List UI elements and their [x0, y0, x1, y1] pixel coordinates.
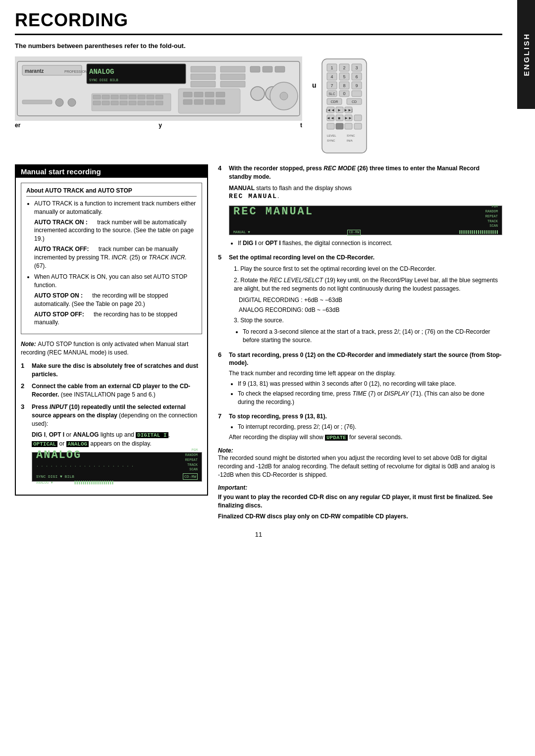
- step-4-bullets: If DIG I or OPT I flashes, the digital c…: [229, 239, 502, 248]
- svg-text:LEVEL: LEVEL: [327, 134, 336, 137]
- english-label: ENGLISH: [522, 33, 531, 76]
- auto-track-list: AUTO TRACK is a function to increment tr…: [26, 200, 197, 327]
- steps-list: 1 Make sure the disc is absolutely free …: [21, 362, 202, 486]
- svg-rect-89: [354, 115, 362, 121]
- svg-text:■: ■: [338, 116, 340, 120]
- auto-track-on-label: AUTO TRACK ON :: [34, 219, 88, 226]
- svg-text:0: 0: [343, 91, 345, 96]
- analog-display-text: ANALOG: [36, 448, 134, 463]
- svg-text:ANALOG: ANALOG: [89, 68, 114, 76]
- svg-rect-24: [111, 95, 118, 99]
- step-6-bullets: If 9 (13, 81) was pressed within 3 secon…: [229, 380, 502, 406]
- step-6-content: To start recording, press 0 (12) on the …: [229, 351, 502, 408]
- step-5-num: 5: [218, 253, 225, 346]
- svg-rect-9: [191, 81, 215, 87]
- auto-track-off-label: AUTO TRACK OFF:: [34, 246, 89, 252]
- step-4-content: With the recorder stopped, press REC MOD…: [229, 164, 502, 249]
- digital-recording-spec: DIGITAL RECORDING : +6dB ~ −63dB: [239, 296, 502, 304]
- svg-text:7: 7: [330, 83, 333, 88]
- svg-rect-90: [327, 123, 334, 129]
- step-3-num: 3: [21, 403, 28, 486]
- svg-rect-91: [336, 123, 343, 129]
- step-5: 5 Set the optimal recording level on the…: [218, 253, 502, 346]
- left-column: Manual start recording About AUTO TRACK …: [15, 164, 208, 521]
- svg-text:5: 5: [343, 74, 345, 79]
- svg-text:SLC: SLC: [328, 92, 335, 96]
- analog-level-bar: ANALOG ▼ ▐▐▐▐▐▐▐▐▐▐▐▐▐▐▐▐▐▐▐: [36, 481, 198, 486]
- svg-rect-40: [194, 92, 203, 97]
- manual-label: MANUAL ▼: [233, 230, 250, 235]
- analog-display-dots: · · · · · · · · · · · · · · · · · · · · …: [36, 463, 134, 469]
- step-2-text: Connect the cable from an external CD pl…: [32, 382, 202, 399]
- auto-stop-on-label: AUTO STOP ON :: [34, 292, 83, 299]
- cd-rw-label-2: CD-RW: [347, 230, 361, 236]
- svg-rect-23: [102, 95, 109, 99]
- svg-text:6: 6: [355, 74, 358, 79]
- rec-manual-bottom: MANUAL ▼ CD-RW ▐▐▐▐▐▐▐▐▐▐▐▐▐▐▐▐▐▐▐: [233, 230, 498, 236]
- step-5-content: Set the optimal recording level on the C…: [229, 253, 502, 346]
- step-6-num: 6: [218, 351, 225, 408]
- analog-recording-spec: ANALOG RECORDING: 0dB ~ −63dB: [239, 306, 502, 314]
- svg-text:3: 3: [355, 65, 358, 70]
- svg-rect-30: [93, 101, 101, 105]
- note-title-1: Note:: [21, 341, 36, 348]
- analog-side-labels: PGMRANDOMREPEATTRACKSCAN: [185, 448, 198, 472]
- sub-step-5-1: 1. Play the source first to set the opti…: [234, 265, 502, 273]
- svg-rect-44: [194, 100, 203, 104]
- svg-text:9: 9: [355, 83, 358, 88]
- svg-rect-37: [156, 101, 163, 105]
- step-6-bullet-1: If 9 (13, 81) was pressed within 3 secon…: [238, 380, 502, 388]
- auto-stop-off-label: AUTO STOP OFF:: [34, 311, 84, 318]
- svg-text:2: 2: [343, 65, 345, 70]
- step-4: 4 With the recorder stopped, press REC M…: [218, 164, 502, 249]
- svg-rect-93: [354, 123, 362, 129]
- subtitle: The numbers between parentheses refer to…: [15, 42, 502, 50]
- svg-rect-32: [111, 101, 118, 105]
- page-title: RECORDING: [15, 10, 502, 35]
- diagram-bottom-labels: er y t: [15, 122, 302, 129]
- step-3: 3 Press INPUT (10) repeatedly until the …: [21, 403, 202, 486]
- step-1-num: 1: [21, 362, 28, 379]
- svg-rect-34: [129, 101, 136, 105]
- step-5-substeps: 1. Play the source first to set the opti…: [229, 265, 502, 344]
- step-6-bullet-2: To check the elapsed recording time, pre…: [238, 390, 502, 406]
- label-er: er: [15, 122, 20, 129]
- svg-rect-46: [216, 100, 225, 104]
- english-tab: ENGLISH: [517, 0, 535, 109]
- two-column-layout: Manual start recording About AUTO TRACK …: [15, 164, 502, 521]
- step-1: 1 Make sure the disc is absolutely free …: [21, 362, 202, 379]
- important-text-1: If you want to play the recorded CD-R di…: [218, 493, 502, 510]
- analog-display-bottom: SYNC DIGI ▼ BILB CD-RW: [36, 473, 198, 480]
- step-6: 6 To start recording, press 0 (12) on th…: [218, 351, 502, 408]
- step-4-sub: MANUAL starts to flash and the display s…: [229, 184, 502, 202]
- svg-text:IN/A: IN/A: [347, 139, 353, 142]
- svg-text:4: 4: [330, 74, 333, 79]
- step-7-num: 7: [218, 412, 225, 442]
- svg-point-19: [55, 99, 63, 106]
- step-7: 7 To stop recording, press 9 (13, 81). T…: [218, 412, 502, 442]
- svg-rect-36: [147, 101, 154, 105]
- section-title: Manual start recording: [16, 165, 207, 178]
- svg-point-20: [68, 99, 76, 106]
- analog-bottom-left: SYNC DIGI ▼ BILB: [36, 474, 74, 479]
- svg-rect-33: [120, 101, 127, 105]
- rec-manual-lcd: REC MANUAL PGMRANDOMREPEATTRACKSCAN MANU…: [229, 205, 502, 235]
- svg-rect-28: [147, 95, 154, 99]
- page-number: 11: [15, 531, 502, 538]
- step-4-bullet-1: If DIG I or OPT I flashes, the digital c…: [238, 239, 502, 248]
- svg-text:CD: CD: [352, 100, 357, 103]
- svg-rect-45: [205, 100, 214, 104]
- svg-text:SYNC: SYNC: [327, 139, 335, 142]
- step-5-bullet-1: To record a 3-second silence at the star…: [243, 328, 502, 345]
- important-text-2: Finalized CD-RW discs play only on CD-RW…: [218, 512, 502, 521]
- svg-text:SYNC DIGI  BILB: SYNC DIGI BILB: [89, 78, 118, 82]
- svg-text:◄◄: ◄◄: [326, 116, 334, 120]
- note-text-2: The recorded sound might be distorted wh…: [218, 454, 502, 479]
- svg-rect-92: [345, 123, 352, 129]
- svg-rect-42: [216, 92, 225, 97]
- note-section-2: Note: The recorded sound might be distor…: [218, 447, 502, 479]
- auto-track-title: About AUTO TRACK and AUTO STOP: [26, 187, 197, 197]
- rec-manual-big-text: REC MANUAL: [233, 204, 314, 220]
- manual-start-recording-section: Manual start recording About AUTO TRACK …: [15, 164, 208, 496]
- note-text-1: AUTO STOP function is only activated whe…: [21, 341, 188, 356]
